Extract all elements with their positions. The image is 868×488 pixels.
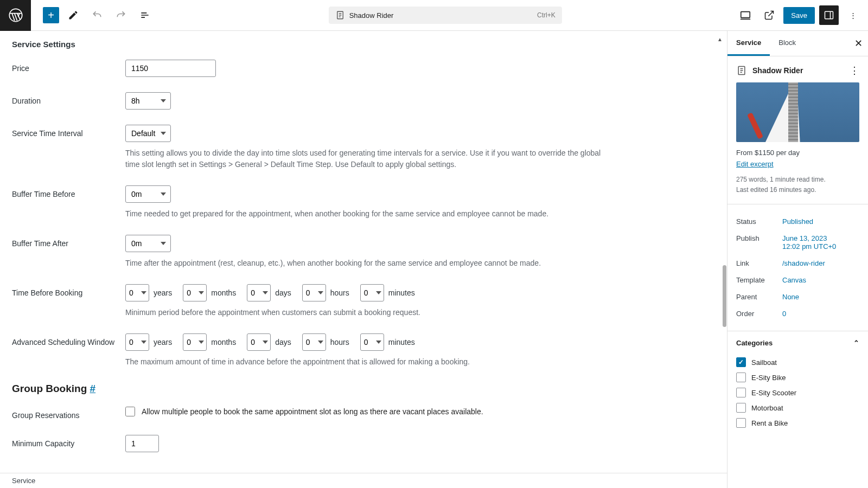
template-row[interactable]: TemplateCanvas — [736, 272, 859, 288]
post-summary-section: Shadow Rider ⋮ From $1150 per day Edit e… — [727, 56, 868, 204]
close-icon[interactable]: ✕ — [854, 37, 863, 49]
document-title-bar[interactable]: Shadow Rider Ctrl+K — [329, 7, 562, 24]
min-capacity-input[interactable] — [125, 435, 159, 452]
buffer-after-label: Buffer Time After — [12, 235, 125, 248]
duration-label: Duration — [12, 92, 125, 105]
category-checkbox[interactable] — [736, 418, 746, 428]
category-item[interactable]: Motorboat — [736, 400, 859, 415]
add-block-button[interactable]: + — [43, 7, 59, 23]
tab-block[interactable]: Block — [770, 31, 805, 56]
tbb-months-select[interactable]: 0 — [183, 284, 207, 301]
undo-icon[interactable] — [87, 5, 107, 25]
advance-window-label: Advanced Scheduling Window — [12, 333, 125, 346]
tbb-minutes-select[interactable]: 0 — [360, 284, 384, 301]
duration-select[interactable]: 8h — [125, 92, 171, 110]
aw-months-select[interactable]: 0 — [183, 333, 207, 351]
buffer-before-help: Time needed to get prepared for the appo… — [125, 208, 614, 220]
document-title: Shadow Rider — [349, 11, 394, 20]
top-toolbar: + Shadow Rider Ctrl+K Save ⋮ — [0, 0, 868, 31]
buffer-before-select[interactable]: 0m — [125, 185, 171, 203]
link-row[interactable]: Link/shadow-rider — [736, 255, 859, 272]
collapse-icon[interactable]: ▲ — [717, 36, 723, 42]
options-icon[interactable]: ⋮ — [843, 5, 863, 25]
last-edited-text: Last edited 16 minutes ago. — [736, 185, 859, 195]
publish-row[interactable]: PublishJune 13, 202312:02 pm UTC+0 — [736, 230, 859, 255]
order-row[interactable]: Order0 — [736, 305, 859, 322]
group-booking-anchor[interactable]: # — [90, 383, 96, 394]
device-preview-icon[interactable] — [736, 5, 755, 25]
chevron-up-icon: ⌃ — [853, 339, 859, 347]
main-editor-area: Service Settings ▲ Price Duration 8h Ser… — [0, 31, 727, 488]
aw-hours-select[interactable]: 0 — [302, 333, 326, 351]
wordpress-logo[interactable] — [0, 0, 31, 31]
category-checkbox[interactable] — [736, 357, 746, 367]
min-capacity-label: Minimum Capacity — [12, 435, 125, 448]
tab-service[interactable]: Service — [727, 31, 770, 56]
toolbar-left: + — [0, 0, 155, 31]
price-input[interactable] — [125, 60, 216, 77]
footer-breadcrumb[interactable]: Service — [0, 473, 727, 488]
category-item[interactable]: Sailboat — [736, 355, 859, 370]
aw-years-select[interactable]: 0 — [125, 333, 149, 351]
aw-days-select[interactable]: 0 — [247, 333, 271, 351]
parent-row[interactable]: ParentNone — [736, 288, 859, 305]
category-item[interactable]: E-Sity Bike — [736, 370, 859, 385]
scrollbar-thumb[interactable] — [723, 265, 726, 327]
categories-header[interactable]: Categories ⌃ — [727, 331, 868, 355]
category-item[interactable]: E-Sity Scooter — [736, 385, 859, 400]
unit-years-2: years — [154, 338, 172, 346]
post-options-icon[interactable]: ⋮ — [850, 65, 859, 76]
page-icon — [736, 65, 747, 76]
excerpt-text: From $1150 per day — [736, 149, 859, 157]
aw-help: The maximum amount of time in advance be… — [125, 356, 614, 368]
price-label: Price — [12, 60, 125, 73]
unit-months-2: months — [211, 338, 236, 346]
category-checkbox[interactable] — [736, 388, 746, 397]
group-booking-heading: Group Booking # — [12, 383, 715, 395]
group-reservations-label: Group Reservations — [12, 407, 125, 420]
category-label: E-Sity Scooter — [751, 389, 796, 397]
buffer-after-help: Time after the appointment (rest, cleanu… — [125, 258, 614, 269]
categories-section: Categories ⌃ SailboatE-Sity BikeE-Sity S… — [727, 331, 868, 439]
category-label: E-Sity Bike — [751, 374, 786, 382]
aw-minutes-select[interactable]: 0 — [360, 333, 384, 351]
group-reservations-checkbox[interactable] — [125, 407, 135, 416]
settings-sidebar: Service Block ✕ Shadow Rider ⋮ From $115… — [727, 31, 868, 488]
post-status-section: StatusPublished PublishJune 13, 202312:0… — [727, 204, 868, 331]
category-label: Rent a Bike — [751, 419, 788, 427]
unit-minutes-2: minutes — [388, 338, 415, 346]
tbb-hours-select[interactable]: 0 — [302, 284, 326, 301]
category-item[interactable]: Rent a Bike — [736, 415, 859, 431]
unit-years: years — [154, 288, 172, 297]
category-checkbox[interactable] — [736, 373, 746, 382]
buffer-after-select[interactable]: 0m — [125, 235, 171, 252]
save-button[interactable]: Save — [783, 7, 815, 24]
featured-image[interactable] — [736, 82, 859, 142]
buffer-before-label: Buffer Time Before — [12, 185, 125, 198]
edit-mode-icon[interactable] — [63, 5, 83, 25]
settings-panel-toggle-icon[interactable] — [819, 5, 839, 25]
section-title: Service Settings — [12, 40, 715, 49]
interval-label: Service Time Interval — [12, 125, 125, 138]
unit-minutes: minutes — [388, 288, 415, 297]
tbb-days-select[interactable]: 0 — [247, 284, 271, 301]
group-reservations-text: Allow multiple people to book the same a… — [142, 407, 483, 416]
tbb-years-select[interactable]: 0 — [125, 284, 149, 301]
shortcut-hint: Ctrl+K — [537, 11, 556, 19]
svg-rect-7 — [825, 11, 833, 18]
status-row[interactable]: StatusPublished — [736, 213, 859, 230]
word-count-text: 275 words, 1 minute read time. — [736, 175, 859, 185]
category-label: Motorboat — [751, 404, 783, 412]
edit-excerpt-link[interactable]: Edit excerpt — [736, 160, 774, 168]
time-before-booking-label: Time Before Booking — [12, 284, 125, 297]
tbb-help: Minimum period before the appointment wh… — [125, 307, 614, 318]
document-outline-icon[interactable] — [135, 5, 155, 25]
category-label: Sailboat — [751, 358, 777, 367]
unit-hours: hours — [330, 288, 349, 297]
svg-rect-5 — [741, 12, 750, 18]
interval-select[interactable]: Default — [125, 125, 171, 142]
view-external-icon[interactable] — [760, 5, 779, 25]
redo-icon[interactable] — [111, 5, 131, 25]
unit-days-2: days — [275, 338, 291, 346]
category-checkbox[interactable] — [736, 403, 746, 413]
